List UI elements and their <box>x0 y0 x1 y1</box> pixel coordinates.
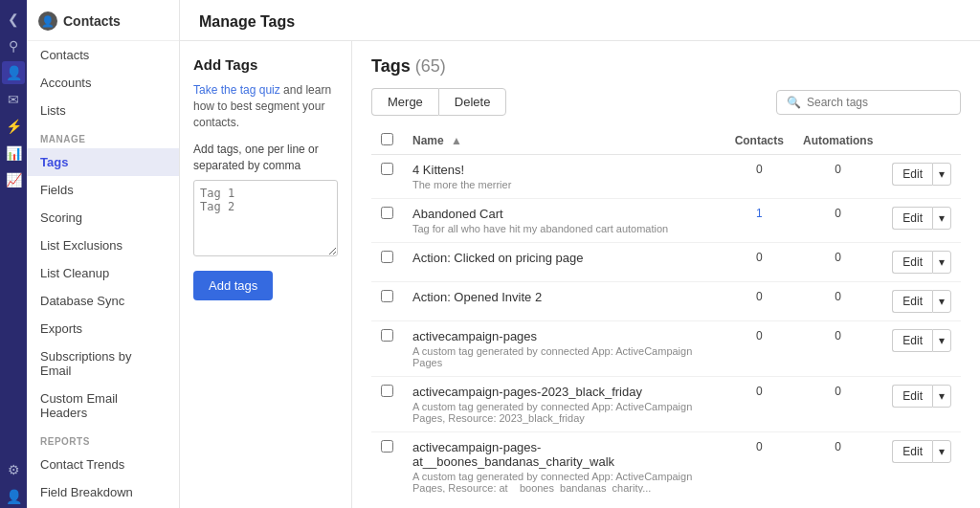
sidebar-item-contact-trends[interactable]: Contact Trends <box>27 451 179 478</box>
sidebar-item-scoring[interactable]: Scoring <box>27 204 179 232</box>
tag-name: Action: Opened Invite 2 <box>412 290 716 304</box>
edit-cell: Edit▾ <box>882 282 961 321</box>
merge-button[interactable]: Merge <box>371 88 438 116</box>
select-all-checkbox[interactable] <box>381 133 393 145</box>
automations-count-cell: 0 <box>793 377 882 432</box>
tags-toolbar: Merge Delete 🔍 <box>371 88 961 116</box>
edit-cell: Edit▾ <box>882 377 961 432</box>
edit-arrow-button-4[interactable]: ▾ <box>932 329 951 352</box>
tag-quiz-link[interactable]: Take the tag quiz <box>193 83 280 97</box>
contacts-count-cell: 0 <box>725 377 793 432</box>
add-tags-button[interactable]: Add tags <box>193 271 273 300</box>
tag-name: activecampaign-pages-at__boones_bandanas… <box>412 440 716 469</box>
sidebar-item-lists[interactable]: Lists <box>27 97 179 124</box>
edit-button-3[interactable]: Edit <box>892 290 932 313</box>
tag-name-cell: Action: Opened Invite 2 <box>403 282 725 321</box>
tags-panel: Tags (65) Merge Delete 🔍 Name ▲ <box>352 41 980 508</box>
add-tags-panel: Add Tags Take the tag quiz and learn how… <box>180 41 352 508</box>
automation-nav-icon[interactable]: ⚡ <box>2 115 25 138</box>
search-nav-icon[interactable]: ⚲ <box>2 34 25 57</box>
select-all-header <box>371 127 403 155</box>
sidebar: 👤 Contacts ContactsAccountsLists MANAGE … <box>27 0 180 508</box>
email-nav-icon[interactable]: ✉ <box>2 88 25 111</box>
edit-cell: Edit▾ <box>882 321 961 377</box>
edit-cell: Edit▾ <box>882 432 961 494</box>
row-checkbox-4[interactable] <box>381 329 393 342</box>
row-checkbox-2[interactable] <box>381 251 393 263</box>
edit-arrow-button-3[interactable]: ▾ <box>932 290 951 313</box>
edit-arrow-button-1[interactable]: ▾ <box>932 207 951 230</box>
add-tags-intro: Take the tag quiz and learn how to best … <box>193 82 338 130</box>
sidebar-item-field-breakdown[interactable]: Field Breakdown <box>27 478 179 506</box>
tag-desc: Tag for all who have hit my abandoned ca… <box>412 223 716 234</box>
row-checkbox-3[interactable] <box>381 290 393 302</box>
sidebar-manage-nav: TagsFieldsScoringList ExclusionsList Cle… <box>27 148 179 427</box>
edit-arrow-button-2[interactable]: ▾ <box>932 251 951 274</box>
page-title: Manage Tags <box>199 13 961 31</box>
row-checkbox-0[interactable] <box>381 163 393 175</box>
contacts-count-cell[interactable]: 1 <box>725 199 793 243</box>
tag-name-cell: 4 Kittens!The more the merrier <box>403 155 725 199</box>
sidebar-manage-label: MANAGE <box>27 124 179 148</box>
sidebar-item-database-sync[interactable]: Database Sync <box>27 287 179 315</box>
contacts-count-cell: 0 <box>725 155 793 199</box>
sidebar-item-custom-email-headers[interactable]: Custom Email Headers <box>27 385 179 427</box>
edit-arrow-button-6[interactable]: ▾ <box>932 440 951 463</box>
contacts-nav-icon[interactable]: 👤 <box>2 61 25 84</box>
search-input[interactable] <box>807 96 950 109</box>
sidebar-item-fields[interactable]: Fields <box>27 176 179 204</box>
edit-button-0[interactable]: Edit <box>892 163 932 186</box>
sidebar-item-exports[interactable]: Exports <box>27 315 179 342</box>
edit-button-1[interactable]: Edit <box>892 207 932 230</box>
automations-count-cell: 0 <box>793 282 882 321</box>
table-row: activecampaign-pagesA custom tag generat… <box>371 321 961 377</box>
automations-count-cell: 0 <box>793 321 882 377</box>
tag-name: 4 Kittens! <box>412 163 716 177</box>
sidebar-item-list-cleanup[interactable]: List Cleanup <box>27 259 179 287</box>
edit-button-4[interactable]: Edit <box>892 329 932 352</box>
sidebar-item-contacts[interactable]: Contacts <box>27 41 179 69</box>
edit-arrow-button-0[interactable]: ▾ <box>932 163 951 186</box>
table-row: activecampaign-pages-at__boones_bandanas… <box>371 432 961 494</box>
edit-button-6[interactable]: Edit <box>892 440 932 463</box>
user-nav-icon[interactable]: 👤 <box>2 485 25 508</box>
sidebar-item-list-exclusions[interactable]: List Exclusions <box>27 232 179 259</box>
settings-nav-icon[interactable]: ⚙ <box>2 458 25 481</box>
sidebar-item-accounts[interactable]: Accounts <box>27 69 179 97</box>
edit-arrow-button-5[interactable]: ▾ <box>932 385 951 408</box>
campaigns-nav-icon[interactable]: 📊 <box>2 142 25 165</box>
automations-count-cell: 0 <box>793 243 882 282</box>
table-row: Action: Clicked on pricing page00Edit▾ <box>371 243 961 282</box>
name-column-header[interactable]: Name ▲ <box>403 127 725 155</box>
sidebar-top-nav: ContactsAccountsLists <box>27 41 179 124</box>
chevron-left-icon[interactable]: ❮ <box>2 8 25 31</box>
edit-button-2[interactable]: Edit <box>892 251 932 274</box>
tag-name-cell: activecampaign-pages-2023_black_fridayA … <box>403 377 725 432</box>
tags-panel-title: Tags (65) <box>371 56 446 77</box>
add-tags-title: Add Tags <box>193 56 338 73</box>
delete-button[interactable]: Delete <box>438 88 507 116</box>
add-tags-textarea[interactable] <box>193 180 338 256</box>
tags-data-table: Name ▲ Contacts Automations 4 Kittens!Th… <box>371 127 961 493</box>
edit-button-5[interactable]: Edit <box>892 385 932 408</box>
automations-count-cell: 0 <box>793 432 882 494</box>
tag-desc: The more the merrier <box>412 179 716 190</box>
table-row: activecampaign-pages-2023_black_fridayA … <box>371 377 961 432</box>
main-header: Manage Tags <box>180 0 980 41</box>
contacts-column-header: Contacts <box>725 127 793 155</box>
sidebar-avatar-icon: 👤 <box>38 11 57 31</box>
sidebar-item-tags[interactable]: Tags <box>27 148 179 176</box>
sidebar-item-subscriptions-by-email[interactable]: Subscriptions by Email <box>27 342 179 385</box>
automations-column-header: Automations <box>793 127 882 155</box>
tag-name-cell: activecampaign-pagesA custom tag generat… <box>403 321 725 377</box>
sidebar-reports-nav: Contact TrendsField BreakdownNearby Cont… <box>27 451 179 508</box>
tags-count: (65) <box>415 56 446 76</box>
row-checkbox-1[interactable] <box>381 207 393 219</box>
reports-nav-icon[interactable]: 📈 <box>2 168 25 191</box>
sort-arrow-icon: ▲ <box>451 134 462 147</box>
row-checkbox-6[interactable] <box>381 440 393 453</box>
row-checkbox-5[interactable] <box>381 385 393 397</box>
contacts-link[interactable]: 1 <box>756 207 763 220</box>
table-row: Abandoned CartTag for all who have hit m… <box>371 199 961 243</box>
contacts-count-cell: 0 <box>725 432 793 494</box>
